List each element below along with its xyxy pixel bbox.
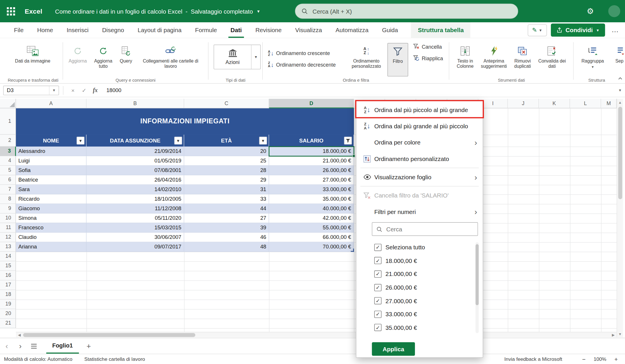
- checkbox-checked-icon[interactable]: ✓: [374, 244, 382, 251]
- filter-checkbox-item-26-000-00[interactable]: ✓26.000,00 €: [356, 281, 483, 294]
- workbook-links-button[interactable]: Collegamenti alle cartelle di lavoro: [136, 43, 205, 77]
- sort-descending-button[interactable]: ZA↓ Ordinamento decrescente: [266, 59, 337, 70]
- cancel-entry-button[interactable]: ×: [67, 85, 79, 95]
- calc-mode-status[interactable]: Modalità di calcolo: Automatico: [4, 356, 72, 362]
- table-cell[interactable]: 55.000,00 €: [269, 223, 354, 233]
- row-header-15[interactable]: 15: [0, 261, 16, 271]
- table-cell[interactable]: 35.000,00 €: [269, 194, 354, 204]
- reapply-filter-button[interactable]: Riapplica: [411, 53, 445, 63]
- table-cell[interactable]: 40.000,00 €: [269, 204, 354, 213]
- settings-gear-button[interactable]: ⚙: [583, 5, 598, 18]
- filter-button-et[interactable]: ▼: [259, 137, 267, 145]
- filter-checkbox-item-27-000-00[interactable]: ✓27.000,00 €: [356, 294, 483, 308]
- table-cell[interactable]: 07/08/2001: [87, 166, 184, 175]
- table-cell[interactable]: 01/05/2019: [87, 156, 184, 166]
- row-header-1[interactable]: 1: [0, 108, 16, 135]
- ribbon-tab-guida[interactable]: Guida: [375, 22, 405, 38]
- horizontal-scroll-thumb[interactable]: [23, 333, 195, 337]
- select-all-corner[interactable]: [0, 99, 16, 108]
- row-header-13[interactable]: 13: [0, 242, 16, 252]
- ribbon-tab-layout-di-pagina[interactable]: Layout di pagina: [131, 22, 188, 38]
- filter-checkbox-item-seleziona-tutto[interactable]: ✓Seleziona tutto: [356, 241, 483, 254]
- column-header-K[interactable]: K: [539, 99, 570, 108]
- apply-button[interactable]: Applica: [372, 342, 415, 356]
- remove-duplicates-button[interactable]: Rimuovi duplicati: [510, 43, 535, 77]
- ribbon-tab-revisione[interactable]: Revisione: [249, 22, 288, 38]
- insert-function-button[interactable]: fx: [90, 87, 101, 94]
- table-cell[interactable]: Simona: [16, 213, 86, 223]
- table-cell[interactable]: Sofia: [16, 166, 86, 175]
- filter-button-data-assunzione[interactable]: ▼: [174, 137, 182, 145]
- filter-list-scroll-thumb[interactable]: [475, 244, 479, 305]
- collapse-ribbon-icon[interactable]: [618, 74, 623, 82]
- filter-checkbox-item-35-000-00[interactable]: ✓35.000,00 €: [356, 321, 483, 334]
- gallery-dropdown-arrow[interactable]: ▼: [251, 45, 260, 69]
- workbook-stats-status[interactable]: Statistiche cartella di lavoro: [84, 356, 145, 362]
- all-sheets-menu-button[interactable]: [27, 339, 41, 353]
- menu-item-ordina-dal-pi-piccolo-al-pi-grande[interactable]: AZ↓Ordina dal più piccolo al più grande: [356, 102, 483, 118]
- ribbon-tab-automatizza[interactable]: Automatizza: [329, 22, 375, 38]
- new-sheet-button[interactable]: +: [82, 339, 96, 353]
- zoom-level[interactable]: 100%: [594, 356, 606, 362]
- filter-button-salario[interactable]: [344, 137, 352, 145]
- column-header-D[interactable]: D: [269, 99, 354, 108]
- row-header-2[interactable]: 2: [0, 135, 16, 147]
- filter-search-box[interactable]: [372, 222, 478, 236]
- ribbon-tab-disegno[interactable]: Disegno: [95, 22, 131, 38]
- row-header-4[interactable]: 4: [0, 156, 16, 166]
- menu-item-filtri-per-numeri[interactable]: Filtri per numeri›: [356, 204, 483, 220]
- group-button[interactable]: Raggruppa ▼: [579, 43, 606, 77]
- name-box-input[interactable]: [3, 87, 42, 94]
- flash-fill-button[interactable]: Anteprima suggerimenti: [478, 43, 509, 77]
- table-resize-handle[interactable]: [351, 248, 354, 252]
- row-header-6[interactable]: 6: [0, 175, 16, 185]
- refresh-all-button[interactable]: Aggiorna tutto: [91, 43, 116, 77]
- filter-checkbox-item-33-000-00[interactable]: ✓33.000,00 €: [356, 308, 483, 321]
- table-cell[interactable]: Beatrice: [16, 175, 86, 185]
- table-cell[interactable]: Giacomo: [16, 204, 86, 213]
- ribbon-tab-dati[interactable]: Dati: [224, 22, 249, 38]
- sheet-nav-next-button[interactable]: ›: [14, 339, 27, 353]
- column-header-B[interactable]: B: [87, 99, 184, 108]
- menu-item-ordinamento-personalizzato[interactable]: Ordinamento personalizzato: [356, 151, 483, 167]
- table-cell[interactable]: 20: [184, 147, 269, 156]
- checkbox-checked-icon[interactable]: ✓: [374, 257, 382, 264]
- row-header-19[interactable]: 19: [0, 299, 16, 309]
- table-cell[interactable]: 27.000,00 €: [269, 175, 354, 185]
- row-header-12[interactable]: 12: [0, 233, 16, 242]
- row-header-3[interactable]: 3: [0, 147, 16, 156]
- table-cell[interactable]: Alessandro: [16, 147, 86, 156]
- table-cell[interactable]: 39: [184, 223, 269, 233]
- menu-item-visualizzazione-foglio[interactable]: Visualizzazione foglio›: [356, 169, 483, 185]
- vertical-scrollbar[interactable]: ▲ ▼: [617, 99, 623, 337]
- scroll-right-icon[interactable]: ▶: [612, 333, 615, 337]
- filter-checkbox-item-21-000-00[interactable]: ✓21.000,00 €: [356, 267, 483, 281]
- checkbox-checked-icon[interactable]: ✓: [374, 311, 382, 318]
- table-cell[interactable]: 09/07/2017: [87, 242, 184, 252]
- table-cell[interactable]: Arianna: [16, 242, 86, 252]
- table-cell[interactable]: 44: [184, 204, 269, 213]
- row-header-17[interactable]: 17: [0, 280, 16, 290]
- data-types-gallery[interactable]: Azioni ▼: [214, 45, 260, 69]
- search-input[interactable]: [312, 7, 512, 15]
- table-cell[interactable]: 25: [184, 156, 269, 166]
- table-cell[interactable]: Claudio: [16, 233, 86, 242]
- name-box[interactable]: ▼: [3, 85, 59, 95]
- column-header-C[interactable]: C: [184, 99, 269, 108]
- table-cell[interactable]: 29: [184, 175, 269, 185]
- table-cell[interactable]: 70.000,00 €: [269, 242, 354, 252]
- table-cell[interactable]: 48: [184, 242, 269, 252]
- row-header-8[interactable]: 8: [0, 194, 16, 204]
- horizontal-scrollbar[interactable]: ◀ ▶: [16, 332, 617, 337]
- feedback-link[interactable]: Invia feedback a Microsoft: [504, 356, 562, 362]
- name-box-dropdown[interactable]: ▼: [49, 86, 59, 94]
- table-cell[interactable]: 42.000,00 €: [269, 213, 354, 223]
- row-header-18[interactable]: 18: [0, 290, 16, 299]
- checkbox-checked-icon[interactable]: ✓: [374, 297, 382, 304]
- app-launcher-button[interactable]: [3, 3, 18, 19]
- table-cell[interactable]: 26.000,00 €: [269, 166, 354, 175]
- menu-item-ordina-dal-pi-grande-al-pi-piccolo[interactable]: ZA↓Ordina dal più grande al più piccolo: [356, 118, 483, 134]
- table-cell[interactable]: 28: [184, 166, 269, 175]
- table-cell[interactable]: Luigi: [16, 156, 86, 166]
- table-cell[interactable]: 21/09/2014: [87, 147, 184, 156]
